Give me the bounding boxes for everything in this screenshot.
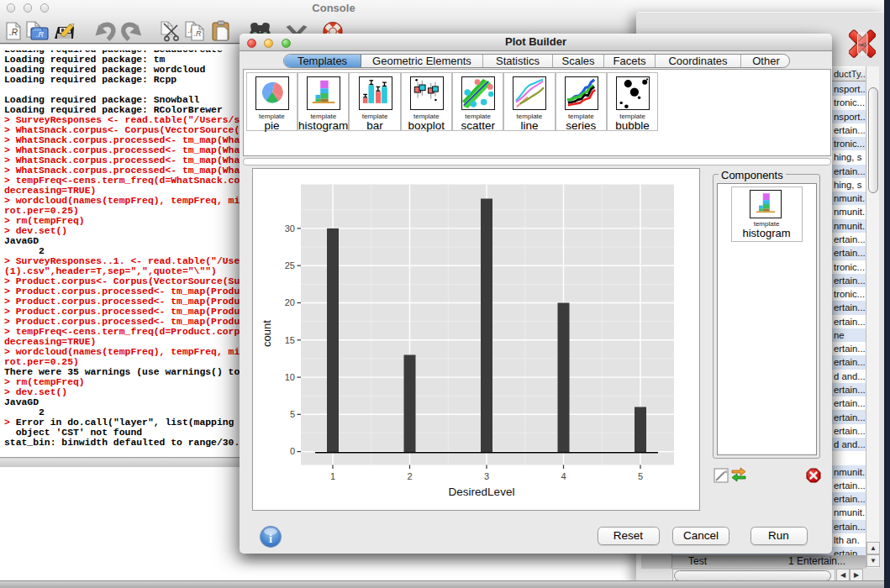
svg-text:20: 20	[284, 297, 294, 307]
svg-text:3: 3	[483, 471, 488, 481]
svg-text:10: 10	[284, 372, 294, 382]
svg-text:2: 2	[407, 471, 412, 481]
svg-text:.R: .R	[194, 29, 203, 38]
svg-text:15: 15	[284, 335, 294, 345]
svg-text:25: 25	[284, 260, 294, 270]
svg-text:4: 4	[561, 471, 566, 481]
svg-text:0: 0	[289, 446, 294, 456]
svg-text:30: 30	[284, 223, 294, 234]
svg-text:.R: .R	[36, 30, 45, 39]
svg-text:5: 5	[637, 471, 642, 481]
svg-text:na(): na()	[858, 42, 866, 47]
svg-text:DesiredLevel: DesiredLevel	[448, 486, 514, 498]
svg-text:5: 5	[289, 409, 294, 419]
svg-text:count: count	[261, 320, 273, 347]
svg-text:i: i	[269, 532, 272, 545]
svg-text:.R: .R	[9, 28, 18, 37]
svg-text:1: 1	[329, 471, 334, 481]
